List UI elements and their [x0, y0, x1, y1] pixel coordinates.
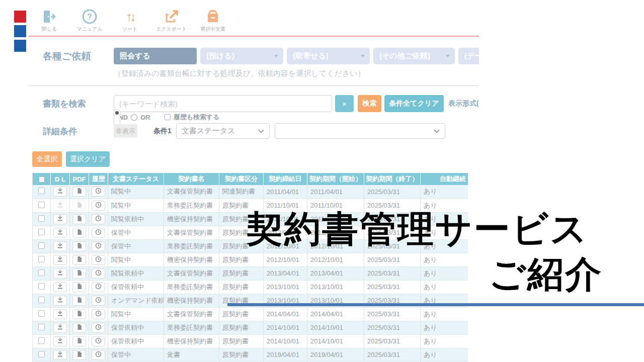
history-button[interactable] [92, 296, 105, 306]
pdf-button[interactable] [72, 309, 86, 319]
download-icon [57, 229, 63, 237]
download-button[interactable] [53, 187, 67, 197]
pdf-button[interactable] [72, 187, 86, 197]
search-button[interactable]: 検索 [358, 95, 381, 112]
history-button[interactable] [92, 350, 105, 360]
sort-button[interactable]: ↑↓ ソート [116, 8, 144, 33]
history-search-label: 履歴も検索する [174, 113, 220, 122]
auto-renewal-cell: あり [421, 266, 468, 280]
and-radio[interactable] [114, 110, 120, 125]
pdf-button[interactable] [72, 350, 86, 360]
history-button[interactable] [92, 309, 105, 319]
download-button[interactable] [53, 241, 67, 251]
history-button[interactable] [92, 336, 105, 346]
pdf-button[interactable] [72, 323, 86, 333]
history-button[interactable] [92, 241, 105, 251]
manual-button[interactable]: ? マニュアル [75, 8, 104, 33]
download-button[interactable] [53, 309, 67, 319]
search-section-label: 書類を検索 [43, 98, 86, 110]
row-checkbox[interactable] [38, 269, 45, 276]
chevron-down-icon [446, 55, 450, 57]
pdf-button[interactable] [72, 268, 86, 279]
row-checkbox[interactable] [38, 283, 45, 290]
row-checkbox[interactable] [38, 297, 45, 303]
start-date-cell: 2013/10/01 [307, 280, 364, 294]
data-dropdown-button[interactable]: (デー [458, 48, 479, 64]
start-date-cell: 2014/10/01 [307, 321, 364, 334]
download-button[interactable] [53, 282, 67, 292]
status-cell: 保管中 [108, 226, 164, 239]
select-all-button[interactable]: 全選択 [32, 151, 62, 167]
row-checkbox[interactable] [38, 242, 45, 249]
clear-input-button[interactable]: × [335, 95, 354, 112]
pdf-icon [76, 242, 83, 250]
hide-button[interactable]: 非表示 [114, 124, 137, 138]
contract-name-cell: 文書保管契約書 [164, 307, 219, 321]
pdf-button[interactable] [72, 282, 86, 292]
download-button[interactable] [53, 255, 67, 265]
status-cell: オンデマンド依頼 [108, 294, 164, 307]
history-button[interactable] [92, 228, 105, 238]
download-button[interactable] [53, 323, 67, 333]
column-header: PDF [70, 173, 89, 185]
pdf-button[interactable] [72, 241, 86, 251]
download-button[interactable] [53, 336, 67, 346]
clock-icon [95, 351, 102, 359]
clear-all-conditions-button[interactable]: 条件全てクリア [384, 95, 444, 112]
download-button[interactable] [53, 268, 67, 279]
pdf-button[interactable] [72, 201, 86, 211]
pdf-button[interactable] [72, 336, 86, 346]
header-select-checkbox[interactable] [39, 176, 45, 183]
or-radio[interactable] [131, 114, 137, 121]
condition1-value-select[interactable] [275, 123, 445, 139]
history-button[interactable] [92, 201, 105, 211]
history-button[interactable] [92, 255, 105, 265]
clear-selection-button[interactable]: 選択クリア [66, 151, 110, 167]
history-button[interactable] [92, 187, 105, 197]
toolbar-item-label: マニュアル [76, 26, 102, 33]
table-row: 保管依頼中業務委託契約書原契約書2013/10/012013/10/012025… [33, 280, 468, 294]
row-checkbox[interactable] [38, 188, 45, 194]
inquire-button[interactable]: 照会する [114, 48, 197, 64]
retrieve-dropdown-button[interactable]: (取寄せる) [287, 48, 370, 64]
row-checkbox[interactable] [38, 256, 45, 262]
contract-type-cell: 関連契約書 [219, 185, 264, 199]
selected-documents-button[interactable]: 選択中文書 [199, 8, 227, 33]
download-button[interactable] [53, 228, 67, 238]
row-checkbox[interactable] [38, 215, 45, 222]
start-date-cell: 2012/10/01 [307, 253, 364, 266]
deposit-dropdown-button[interactable]: (預ける) [200, 48, 283, 64]
pdf-button[interactable] [72, 255, 86, 265]
download-button[interactable] [53, 350, 67, 360]
history-button[interactable] [92, 214, 105, 224]
history-button[interactable] [92, 268, 105, 279]
download-button[interactable] [53, 201, 67, 211]
row-checkbox[interactable] [38, 229, 45, 235]
history-search-checkbox[interactable] [165, 114, 171, 120]
pdf-button[interactable] [72, 296, 86, 306]
close-button[interactable]: 閉じる [35, 8, 63, 33]
pdf-button[interactable] [72, 214, 86, 224]
keyword-search-input[interactable] [114, 95, 332, 112]
row-checkbox[interactable] [38, 310, 45, 317]
contract-name-cell: 文書保管契約書 [164, 266, 219, 280]
pdf-icon [76, 337, 83, 345]
pdf-icon [76, 229, 83, 237]
condition1-label: 条件1 [153, 127, 172, 136]
export-button[interactable]: エクスポート [156, 8, 187, 33]
pdf-icon [76, 215, 83, 223]
contract-name-cell: 業務委託契約書 [164, 199, 219, 212]
row-checkbox[interactable] [38, 324, 45, 330]
download-button[interactable] [53, 296, 67, 306]
other-requests-dropdown-button[interactable]: (その他ご依頼) [373, 48, 455, 64]
download-button[interactable] [53, 214, 67, 224]
condition1-select[interactable]: 文書ステータス [176, 123, 270, 139]
history-button[interactable] [92, 282, 105, 292]
row-checkbox[interactable] [38, 202, 45, 208]
history-button[interactable] [92, 323, 105, 333]
download-icon [57, 215, 63, 223]
row-checkbox[interactable] [38, 337, 45, 344]
download-icon [57, 188, 63, 196]
row-checkbox[interactable] [38, 351, 45, 357]
pdf-button[interactable] [72, 228, 86, 238]
